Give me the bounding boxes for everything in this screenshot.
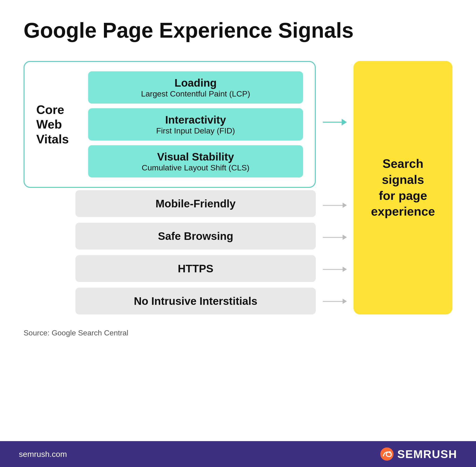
signal-mobile-friendly: Mobile-Friendly [75, 190, 316, 217]
cwv-arrow-row [323, 61, 346, 183]
arrow-https [323, 256, 346, 283]
semrush-logo: SEMRUSH [380, 447, 457, 461]
cwv-item-interactivity: Interactivity First Input Delay (FID) [88, 108, 303, 141]
arrow-safe-browsing [323, 224, 346, 250]
cwv-stability-subtitle: Cumulative Layout Shift (CLS) [97, 163, 294, 172]
cwv-stability-title: Visual Stability [97, 150, 294, 163]
semrush-brand-text: SEMRUSH [397, 448, 457, 461]
cwv-interactivity-title: Interactivity [97, 114, 294, 126]
cwv-interactivity-subtitle: First Input Delay (FID) [97, 126, 294, 135]
footer-url: semrush.com [19, 450, 67, 459]
cwv-arrow [323, 122, 346, 123]
cwv-item-stability: Visual Stability Cumulative Layout Shift… [88, 145, 303, 178]
source-text: Source: Google Search Central [24, 329, 452, 337]
right-box: Search signalsfor pageexperience [354, 61, 452, 314]
footer: semrush.com SEMRUSH [0, 441, 476, 467]
signal-no-interstitials: No Intrusive Interstitials [75, 288, 316, 314]
cwv-container: CoreWebVitals Loading Largest Contentful… [24, 61, 316, 188]
signal-https: HTTPS [75, 255, 316, 282]
arrow-gray-3 [323, 269, 346, 270]
cwv-label: CoreWebVitals [36, 102, 79, 146]
svg-point-1 [389, 451, 391, 453]
page-title: Google Page Experience Signals [24, 19, 452, 42]
arrow-gray-2 [323, 237, 346, 238]
signal-rows: Mobile-Friendly Safe Browsing HTTPS No I… [24, 190, 316, 314]
right-box-text: Search signalsfor pageexperience [363, 156, 443, 219]
cwv-loading-subtitle: Largest Contentful Paint (LCP) [97, 89, 294, 98]
cwv-loading-title: Loading [97, 77, 294, 89]
arrow-interstitials [323, 288, 346, 314]
arrow-gray-1 [323, 205, 346, 206]
main-content: Google Page Experience Signals CoreWebVi… [0, 0, 476, 441]
arrows-column [316, 61, 354, 314]
diagram-wrapper: CoreWebVitals Loading Largest Contentful… [24, 61, 452, 314]
arrow-gray-4 [323, 301, 346, 302]
signal-arrows [323, 190, 346, 314]
left-section: CoreWebVitals Loading Largest Contentful… [24, 61, 316, 314]
cwv-items: Loading Largest Contentful Paint (LCP) I… [88, 71, 303, 178]
signal-safe-browsing: Safe Browsing [75, 223, 316, 249]
cwv-item-loading: Loading Largest Contentful Paint (LCP) [88, 71, 303, 104]
semrush-icon [380, 447, 394, 461]
arrow-mobile [323, 192, 346, 219]
